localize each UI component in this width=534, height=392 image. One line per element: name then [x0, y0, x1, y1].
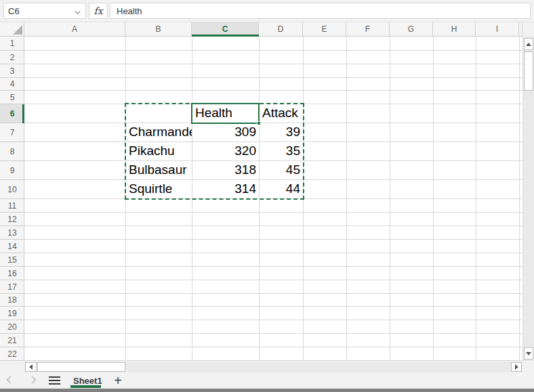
- row-header-border: [24, 37, 24, 361]
- column-header-A[interactable]: A: [24, 22, 125, 37]
- cell-B7[interactable]: Charmander: [126, 123, 192, 141]
- scroll-up-button[interactable]: [524, 38, 533, 50]
- plus-icon: +: [114, 373, 122, 389]
- row-header-5[interactable]: 5: [0, 91, 24, 104]
- row-header-8[interactable]: 8: [0, 142, 24, 161]
- column-header-I[interactable]: I: [476, 22, 519, 37]
- gridline: [24, 225, 522, 226]
- sheet-grid: ABCDEFGHI1234567891011121314151617181920…: [0, 22, 522, 361]
- row-header-22[interactable]: 22: [0, 347, 24, 361]
- gridline: [24, 198, 522, 199]
- insert-function-button[interactable]: fx: [89, 3, 108, 19]
- formula-input[interactable]: Health: [110, 3, 531, 19]
- row-header-7[interactable]: 7: [0, 123, 24, 142]
- gridline: [24, 239, 522, 240]
- scroll-right-button[interactable]: [511, 362, 522, 372]
- arrow-up-icon: [526, 43, 531, 46]
- column-header-clipped: [519, 22, 522, 37]
- row-header-16[interactable]: 16: [0, 267, 24, 280]
- cell-D7[interactable]: 39: [260, 123, 303, 141]
- select-all-triangle-icon: [13, 25, 22, 35]
- gridline: [24, 266, 522, 267]
- row-header-2[interactable]: 2: [0, 51, 24, 64]
- row-header-9[interactable]: 9: [0, 161, 24, 180]
- hamburger-icon: [49, 376, 60, 378]
- scrollbar-corner: [522, 362, 534, 372]
- arrow-left-icon: [29, 364, 33, 370]
- cell-C9[interactable]: 318: [192, 161, 259, 179]
- cell-D9[interactable]: 45: [260, 161, 303, 179]
- row-header-17[interactable]: 17: [0, 280, 24, 294]
- arrow-down-icon: [526, 352, 531, 355]
- gridline: [24, 64, 522, 64]
- scroll-down-button[interactable]: [524, 347, 533, 360]
- gridline: [24, 253, 522, 253]
- column-header-D[interactable]: D: [259, 22, 303, 37]
- row-header-21[interactable]: 21: [0, 334, 24, 347]
- horizontal-scrollbar[interactable]: [24, 362, 522, 372]
- cell-B10[interactable]: Squirtle: [126, 180, 192, 198]
- row-header-19[interactable]: 19: [0, 307, 24, 320]
- cell-B9[interactable]: Bulbasaur: [126, 161, 192, 179]
- status-strip: [0, 389, 534, 392]
- spreadsheet-app: C6 fx Health ABCDEFGHI123456789101112131…: [0, 0, 534, 392]
- row-header-13[interactable]: 13: [0, 226, 24, 240]
- formula-text: Health: [117, 6, 142, 16]
- gridline: [24, 333, 522, 334]
- row-header-12[interactable]: 12: [0, 213, 24, 226]
- cell-C7[interactable]: 309: [192, 123, 259, 141]
- row-header-11[interactable]: 11: [0, 199, 24, 213]
- horizontal-scroll-thumb[interactable]: [37, 362, 125, 372]
- sheet-tab-label: Sheet1: [73, 376, 102, 386]
- vertical-scrollbar[interactable]: [522, 37, 534, 361]
- row-header-18[interactable]: 18: [0, 294, 24, 307]
- gridline: [24, 293, 522, 294]
- row-header-6[interactable]: 6: [0, 104, 24, 123]
- gridline: [24, 280, 522, 280]
- add-sheet-button[interactable]: +: [110, 372, 125, 389]
- cell-B8[interactable]: Pikachu: [126, 142, 192, 160]
- sheet-list-menu-button[interactable]: [49, 376, 60, 385]
- row-header-15[interactable]: 15: [0, 253, 24, 267]
- fx-icon: fx: [94, 5, 102, 16]
- column-header-E[interactable]: E: [303, 22, 346, 37]
- arrow-right-icon: [515, 364, 518, 370]
- cell-C6[interactable]: Health: [192, 104, 259, 123]
- selected-row-bar: [22, 104, 24, 123]
- gridline: [24, 320, 522, 320]
- cell-C10[interactable]: 314: [192, 180, 259, 198]
- gridline: [24, 306, 522, 307]
- formula-bar-row: C6 fx Health: [0, 0, 534, 22]
- gridline: [24, 90, 522, 91]
- gridline: [24, 50, 522, 51]
- cell-D6[interactable]: Attack: [260, 104, 303, 123]
- select-all-corner[interactable]: [0, 22, 24, 37]
- next-sheet-button[interactable]: [28, 376, 36, 383]
- row-header-1[interactable]: 1: [0, 37, 24, 51]
- cell-C8[interactable]: 320: [192, 142, 259, 160]
- row-header-14[interactable]: 14: [0, 240, 24, 253]
- selected-column-underline: [192, 35, 259, 37]
- column-header-G[interactable]: G: [390, 22, 433, 37]
- vertical-scroll-thumb[interactable]: [524, 51, 533, 91]
- gridline: [24, 360, 522, 361]
- name-box-value: C6: [8, 6, 20, 16]
- gridline: [24, 347, 522, 347]
- cell-D8[interactable]: 35: [260, 142, 303, 160]
- chevron-down-icon: [75, 8, 80, 14]
- gridline: [24, 77, 522, 78]
- row-header-3[interactable]: 3: [0, 64, 24, 78]
- gridline: [24, 212, 522, 213]
- column-header-H[interactable]: H: [433, 22, 476, 37]
- cell-D10[interactable]: 44: [260, 180, 303, 198]
- scroll-left-button[interactable]: [25, 362, 37, 372]
- active-tab-underline: [70, 385, 101, 388]
- column-header-B[interactable]: B: [125, 22, 192, 37]
- row-header-4[interactable]: 4: [0, 78, 24, 91]
- previous-sheet-button[interactable]: [6, 376, 14, 383]
- row-header-10[interactable]: 10: [0, 180, 24, 199]
- row-header-20[interactable]: 20: [0, 320, 24, 334]
- name-box[interactable]: C6: [3, 3, 86, 19]
- column-header-F[interactable]: F: [346, 22, 390, 37]
